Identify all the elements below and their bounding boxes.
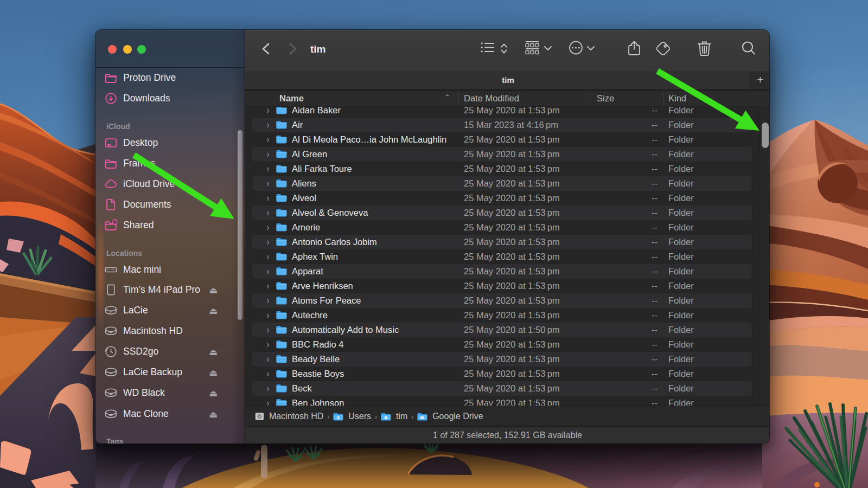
svg-text:tim: tim xyxy=(310,43,326,55)
